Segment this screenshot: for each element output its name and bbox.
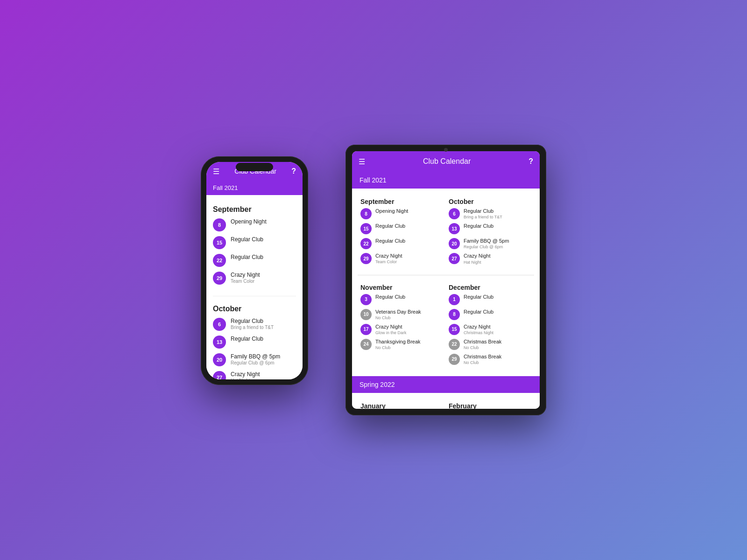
event-sub: Bring a friend to T&T — [464, 215, 531, 219]
tablet-november-col: November 3 Regular Club 10 Veterans — [358, 280, 446, 371]
tablet-months-grid-2: November 3 Regular Club 10 Veterans — [352, 276, 540, 375]
phone-screen: ☰ Club Calendar ? Fall 2021 September 8 — [206, 162, 303, 379]
divider — [213, 296, 296, 296]
date-badge: 8 — [360, 208, 372, 219]
phone-october-section: October 6 Regular Club Bring a friend to… — [206, 299, 303, 379]
event-name: Thanksgiving Break — [375, 339, 443, 345]
tablet-fall-season-header: Fall 2021 — [352, 172, 540, 189]
event-item: 24 Thanksgiving Break No Club — [360, 339, 443, 350]
devices-container: ☰ Club Calendar ? Fall 2021 September 8 — [0, 117, 747, 443]
tablet-february-col: February 2 Regular Club Sock Drive 9 — [446, 399, 534, 409]
tablet-help-icon[interactable]: ? — [529, 157, 533, 166]
tablet-oct-title: October — [449, 198, 531, 205]
date-badge: 15 — [213, 236, 226, 249]
event-item: 8 Opening Night — [360, 208, 443, 219]
event-name: Regular Club — [231, 318, 296, 324]
event-item: 8 Regular Club — [449, 309, 531, 320]
tablet-jan-title: January — [360, 402, 443, 409]
event-name: Opening Night — [231, 218, 296, 225]
event-name: Crazy Night — [464, 324, 531, 330]
event-item: 22 Christmas Break No Club — [449, 339, 531, 350]
event-item: 6 Regular Club Bring a friend to T&T — [449, 208, 531, 219]
event-item: 3 Regular Club — [360, 294, 443, 305]
tablet-december-col: December 1 Regular Club 8 Regular Cl — [446, 280, 534, 371]
date-badge: 29 — [360, 253, 372, 264]
tablet-fall-content: September 8 Opening Night 15 Regular — [352, 189, 540, 376]
phone-season-content: September 8 Opening Night 15 Regular Clu… — [206, 195, 303, 379]
tablet-menu-icon[interactable]: ☰ — [359, 157, 365, 166]
event-item: 20 Family BBQ @ 5pm Regular Club @ 6pm — [449, 238, 531, 249]
date-badge-grey: 22 — [449, 339, 460, 350]
date-badge: 3 — [360, 294, 372, 305]
event-name: Family BBQ @ 5pm — [231, 353, 296, 360]
tablet-app-title: Club Calendar — [423, 157, 471, 166]
event-name: Regular Club — [464, 223, 531, 229]
tablet-content: Fall 2021 September 8 Opening Night — [352, 172, 540, 409]
phone-september-title: September — [213, 205, 296, 214]
date-badge: 20 — [449, 238, 460, 249]
event-item: 15 Regular Club — [360, 223, 443, 234]
tablet-october-col: October 6 Regular Club Bring a friend to… — [446, 194, 534, 270]
date-badge: 27 — [449, 253, 460, 264]
event-name: Crazy Night — [375, 253, 443, 259]
tablet-months-grid-1: September 8 Opening Night 15 Regular — [352, 190, 540, 274]
event-name: Regular Club — [464, 294, 531, 300]
event-item: 15 Crazy Night Christmas Night — [449, 324, 531, 335]
date-badge: 6 — [213, 318, 226, 331]
event-name: Regular Club — [464, 309, 531, 315]
event-name: Crazy Night — [231, 272, 296, 278]
event-name: Regular Club — [231, 254, 296, 260]
date-badge: 6 — [449, 208, 460, 219]
event-item: 1 Regular Club — [449, 294, 531, 305]
date-badge: 13 — [213, 336, 226, 349]
tablet-dec-title: December — [449, 284, 531, 291]
date-badge: 8 — [449, 309, 460, 320]
event-name: Crazy Night — [464, 253, 531, 259]
tablet-screen: ☰ Club Calendar ? Fall 2021 September — [352, 151, 540, 409]
date-badge: 17 — [360, 324, 372, 335]
date-badge-grey: 29 — [449, 354, 460, 365]
phone-help-icon[interactable]: ? — [291, 167, 296, 175]
event-name: Regular Club — [464, 208, 531, 214]
date-badge: 15 — [360, 223, 372, 234]
event-sub: No Club — [375, 345, 443, 350]
event-item: 8 Opening Night — [213, 218, 296, 231]
event-sub: Team Color — [231, 279, 296, 284]
date-badge-grey: 24 — [360, 339, 372, 350]
event-sub: Christmas Night — [464, 330, 531, 335]
phone-september-section: September 8 Opening Night 15 Regular Clu… — [206, 200, 303, 293]
event-item: 29 Crazy Night Team Color — [213, 272, 296, 285]
event-item: 22 Regular Club — [360, 238, 443, 249]
event-name: Regular Club — [375, 294, 443, 300]
event-name: Veterans Day Break — [375, 309, 443, 315]
event-sub: Team Color — [375, 259, 443, 264]
date-badge: 22 — [360, 238, 372, 249]
tablet-frame: ☰ Club Calendar ? Fall 2021 September — [345, 145, 546, 415]
tablet-divider — [358, 275, 534, 275]
event-sub: Hat Night — [464, 260, 531, 265]
date-badge: 8 — [213, 218, 226, 231]
tablet-feb-title: February — [449, 402, 531, 409]
event-sub: Hat Night — [231, 378, 296, 379]
date-badge: 13 — [449, 223, 460, 234]
phone-notch — [236, 163, 273, 171]
event-item: 29 Crazy Night Team Color — [360, 253, 443, 264]
phone-content: Fall 2021 September 8 Opening Night — [206, 181, 303, 379]
phone-frame: ☰ Club Calendar ? Fall 2021 September 8 — [201, 156, 308, 385]
tablet-app-bar: ☰ Club Calendar ? — [352, 151, 540, 172]
tablet-camera — [444, 148, 448, 152]
event-name: Crazy Night — [231, 371, 296, 378]
tablet-spring-content: January 5 Christmas Break No Club 12 — [352, 393, 540, 409]
tablet-sep-title: September — [360, 198, 443, 205]
date-badge: 27 — [213, 371, 226, 379]
date-badge: 22 — [213, 254, 226, 267]
event-item: 13 Regular Club — [213, 336, 296, 349]
event-item: 15 Regular Club — [213, 236, 296, 249]
date-badge: 15 — [449, 324, 460, 335]
tablet-nov-title: November — [360, 284, 443, 291]
event-name: Christmas Break — [464, 354, 531, 360]
phone-menu-icon[interactable]: ☰ — [213, 167, 219, 176]
event-sub: Glow in the Dark — [375, 330, 443, 335]
event-sub: No Club — [375, 315, 443, 320]
tablet-spring-season-header: Spring 2022 — [352, 376, 540, 393]
